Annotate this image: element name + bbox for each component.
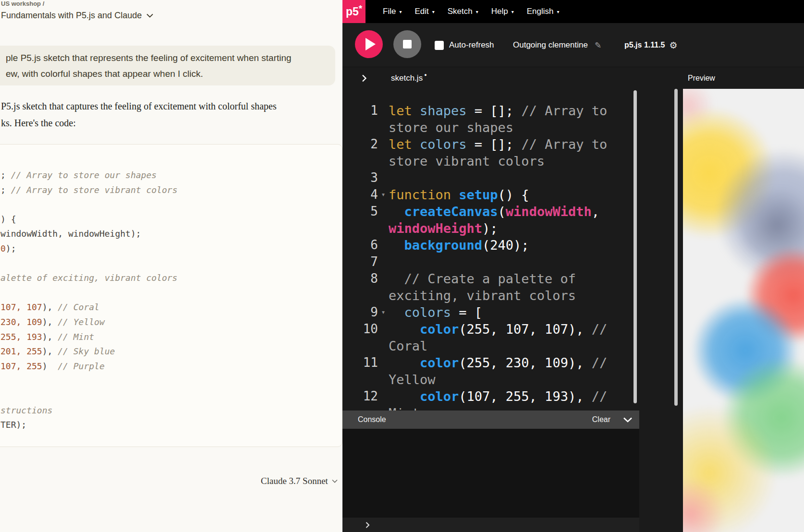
edit-project-name-icon[interactable]: ✎ [595,40,601,50]
code-row: 0); [0,242,342,256]
fold-arrow-icon[interactable]: ▾ [378,304,389,321]
code-row: store our shapes [342,119,639,136]
code-row: Coral [342,338,639,354]
p5-version[interactable]: p5.js 1.11.5 ⚙ [624,23,678,67]
code-row: TER); [0,418,342,433]
menu-language[interactable]: English▾ [527,7,560,16]
menu-help[interactable]: Help▾ [491,7,514,16]
claude-panel: US workshop / Fundamentals with P5.js an… [0,0,342,532]
code-text: ) { [0,214,16,224]
fold-spacer [378,169,389,186]
line-number [348,405,378,411]
project-name-label: Outgoing clementine [513,40,588,50]
console-clear-button[interactable]: Clear [592,415,610,424]
code-row [0,256,342,271]
preview-column: Preview [683,67,804,532]
code-row: Yellow [342,371,639,388]
auto-refresh-toggle[interactable]: Auto-refresh [435,23,494,67]
fold-spacer [378,388,389,405]
code-row: store vibrant colors [342,153,639,169]
breadcrumb[interactable]: US workshop / [1,0,44,7]
fold-spacer [378,237,389,254]
toolbar: Auto-refresh Outgoing clementine ✎ p5.js… [342,23,804,67]
fold-spacer [378,220,389,237]
expand-sidebar-button[interactable] [362,74,367,83]
preview-header: Preview [683,67,804,89]
code-row: 3 [342,169,639,186]
stop-icon [403,40,412,48]
play-button[interactable] [355,30,383,58]
code-text [0,258,6,268]
code-text: let colors = []; // Array to [389,136,607,153]
pane-resizer[interactable] [674,89,678,406]
code-row: Mint [342,405,639,411]
fold-spacer [378,338,389,354]
code-text: color(255, 230, 109), // [389,354,607,371]
tab-bar: sketch.js ● [342,67,639,89]
code-text: function setup() { [389,186,529,203]
code-text: 255, 193), // Mint [0,332,94,342]
fold-spacer [378,203,389,220]
fold-spacer [378,270,389,287]
fold-spacer [378,405,389,411]
editor-scrollbar[interactable] [633,90,637,403]
menu-edit[interactable]: Edit▾ [414,7,434,16]
assistant-response: P5.js sketch that captures the feeling o… [1,98,277,132]
code-text: Coral [389,338,427,354]
console-collapse-icon[interactable] [623,417,633,423]
fold-spacer [378,254,389,270]
stop-button[interactable] [393,30,421,58]
console-output [342,429,639,518]
code-row: 107, 255) // Purple [0,359,342,374]
code-text [389,254,396,270]
auto-refresh-checkbox[interactable] [435,41,444,50]
code-text: color(107, 255, 193), // [389,388,607,405]
screen: US workshop / Fundamentals with P5.js an… [0,0,804,532]
fold-spacer [378,321,389,338]
code-text [0,288,6,298]
fold-spacer [378,153,389,169]
code-text: alette of exciting, vibrant colors [0,273,177,283]
code-text: let shapes = []; // Array to [389,102,607,119]
menu-sketch[interactable]: Sketch▾ [448,7,478,16]
line-number: 1 [348,102,378,119]
line-number: 2 [348,136,378,153]
menu-file[interactable]: File▾ [383,7,402,16]
code-row [0,197,342,212]
fold-spacer [378,371,389,388]
tab-sketchjs[interactable]: sketch.js ● [391,73,427,83]
assistant-response-line: ks. Here's the code: [1,115,277,132]
p5-logo[interactable]: p5* [342,0,365,23]
line-number: 10 [348,321,378,338]
code-row: alette of exciting, vibrant colors [0,271,342,286]
code-editor[interactable]: 1let shapes = []; // Array tostore our s… [342,89,639,411]
code-row: 6 background(240); [342,237,639,254]
p5-editor-panel: p5* File▾ Edit▾ Sketch▾ Help▾ English▾ A… [342,0,804,532]
menu-arrow-icon: ▾ [399,9,402,14]
assistant-response-line: P5.js sketch that captures the feeling o… [1,98,277,115]
code-text: background(240); [389,237,529,254]
settings-gear-icon[interactable]: ⚙ [670,40,678,51]
preview-canvas[interactable] [683,89,804,532]
code-text [0,199,6,209]
menu-edit-label: Edit [414,7,428,16]
unsaved-dot-icon: ● [424,73,426,77]
code-row: structions [0,403,342,418]
code-row: windowWidth, windowHeight); [0,227,342,242]
user-message-line: ew, with colorful shapes that appear whe… [6,66,335,82]
fold-arrow-icon[interactable]: ▾ [378,186,389,203]
model-selector[interactable]: Claude 3.7 Sonnet [261,476,338,486]
expand-bottom-button[interactable] [365,521,370,529]
chevron-down-icon [146,13,153,18]
menu-bar: p5* File▾ Edit▾ Sketch▾ Help▾ English▾ [342,0,804,23]
line-number [348,371,378,388]
conversation-title[interactable]: Fundamentals with P5.js and Claude [1,11,153,21]
line-number: 6 [348,237,378,254]
code-text: windowHeight); [389,220,498,237]
code-row: 12 color(107, 255, 193), // [342,388,639,405]
project-name[interactable]: Outgoing clementine ✎ [513,23,601,67]
code-text: structions [0,405,52,415]
play-icon [365,38,376,50]
code-row: 1let shapes = []; // Array to [342,102,639,119]
code-text: // Create a palette of [389,270,576,287]
